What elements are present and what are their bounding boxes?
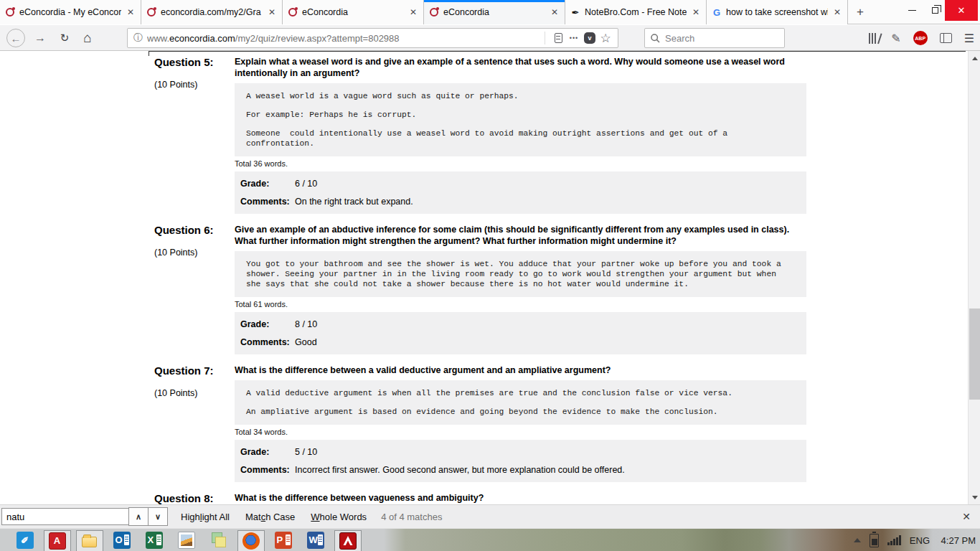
search-bar[interactable] (644, 28, 785, 48)
language-indicator[interactable]: ENG (910, 535, 930, 546)
tab-close-icon[interactable]: ✕ (832, 7, 842, 17)
grade-value: 8 / 10 (295, 319, 317, 329)
url-bar[interactable]: ⓘ www.econcordia.com/my2/quiz/review.asp… (127, 28, 618, 48)
vertical-scrollbar[interactable] (968, 51, 980, 504)
scrollbar-thumb[interactable] (969, 309, 980, 400)
adblock-plus-icon[interactable]: ABP (913, 31, 928, 45)
home-button[interactable]: ⌂ (77, 28, 98, 48)
browser-window: eConcordia - My eConcor ✕ econcordia.com… (0, 0, 980, 551)
label-part: h Case (265, 512, 295, 522)
find-close-icon[interactable]: ✕ (962, 511, 971, 522)
label-part: hole Words (320, 512, 367, 522)
taskbar-rocket-app[interactable]: ✐ (9, 529, 41, 551)
econcordia-favicon-icon (288, 7, 298, 17)
grade-label: Grade: (240, 319, 295, 329)
tab-title: how to take screenshot wi (726, 7, 828, 17)
powerpoint-icon: P (275, 532, 292, 549)
question-points: (10 Points) (154, 248, 235, 258)
tab-title: NoteBro.Com - Free Note (585, 7, 687, 17)
word-count: Total 61 words. (235, 300, 806, 309)
tab-notebro[interactable]: ✒ NoteBro.Com - Free Note ✕ (565, 0, 707, 24)
window-minimize-button[interactable] (900, 0, 923, 21)
new-tab-button[interactable]: + (848, 0, 872, 24)
find-next-button[interactable]: ∨ (148, 507, 168, 526)
taskbar-photos[interactable] (170, 529, 202, 551)
taskbar-excel[interactable]: X (138, 529, 170, 551)
grade-value: 5 / 10 (295, 447, 317, 457)
page-actions-icon[interactable]: ••• (566, 29, 582, 47)
question-5-block: Question 5: (10 Points) Explain what a w… (154, 56, 968, 214)
taskbar-file-explorer[interactable] (76, 530, 103, 551)
word-count: Total 34 words. (235, 428, 806, 436)
taskbar-adobe-app[interactable]: A (44, 530, 71, 551)
tab-strip: eConcordia - My eConcor ✕ econcordia.com… (0, 0, 980, 24)
tab-econcordia-my[interactable]: eConcordia - My eConcor ✕ (0, 0, 141, 24)
taskbar-acrobat[interactable] (334, 530, 362, 551)
grade-box: Grade:8 / 10 Comments:Good (235, 312, 806, 354)
menu-hamburger-icon[interactable]: ☰ (964, 32, 974, 45)
find-input[interactable] (1, 508, 129, 525)
window-restore-button[interactable] (925, 0, 945, 21)
bookmark-star-icon[interactable]: ☆ (598, 29, 613, 47)
network-signal-icon[interactable] (887, 535, 901, 545)
library-icon[interactable] (869, 32, 879, 44)
tab-close-icon[interactable]: ✕ (691, 7, 701, 17)
adobe-icon: A (49, 532, 66, 550)
question-8-block: Question 8: What is the difference betwe… (154, 492, 968, 504)
notebro-extension-icon[interactable]: ✎ (891, 32, 900, 45)
comments-label: Comments: (240, 465, 295, 475)
question-6-block: Question 6: (10 Points) Give an example … (154, 224, 968, 354)
tray-expand-icon[interactable] (854, 538, 861, 542)
match-case-button[interactable]: Match Case (245, 512, 295, 522)
comments-value: Incorrect first answer. Good second answ… (295, 465, 625, 475)
grade-label: Grade: (240, 179, 295, 189)
google-favicon-icon: G (712, 7, 722, 17)
tab-econcordia-active[interactable]: eConcordia ✕ (424, 0, 565, 24)
forward-button[interactable]: → (30, 28, 50, 48)
answer-paragraph: A valid deductive argument is when all t… (246, 388, 795, 398)
taskbar-outlook[interactable]: O (105, 529, 138, 551)
tab-close-icon[interactable]: ✕ (267, 7, 277, 17)
answer-paragraph: An ampliative argument is based on evide… (246, 407, 795, 417)
pocket-icon[interactable]: v (582, 29, 598, 47)
reload-button[interactable]: ↻ (55, 28, 75, 48)
scroll-down-arrow[interactable] (969, 491, 980, 503)
search-input[interactable] (665, 33, 765, 44)
scroll-up-arrow[interactable] (969, 52, 980, 64)
reader-mode-icon[interactable] (550, 29, 566, 47)
taskbar-sticky-notes[interactable] (202, 529, 235, 551)
answer-paragraph: For example: Perhaps he is corrupt. (246, 110, 795, 120)
tab-close-icon[interactable]: ✕ (126, 7, 136, 17)
word-count: Total 36 words. (235, 159, 806, 168)
question-text: Give an example of an abductive inferenc… (235, 224, 806, 247)
highlight-all-button[interactable]: Highlight All (181, 512, 230, 522)
site-info-icon[interactable]: ⓘ (133, 32, 143, 44)
question-label: Question 8: (154, 492, 235, 504)
tab-title: eConcordia (443, 7, 545, 17)
tab-google-search[interactable]: G how to take screenshot wi ✕ (707, 0, 848, 24)
window-close-button[interactable]: ✕ (945, 0, 978, 21)
tab-close-icon[interactable]: ✕ (550, 7, 560, 17)
sidebar-toggle-icon[interactable] (940, 33, 952, 43)
sticky-notes-icon (210, 532, 227, 549)
match-count: 4 of 4 matches (381, 512, 442, 522)
answer-box: You got to your bathroom and see the sho… (235, 251, 806, 297)
taskbar-powerpoint[interactable]: P (267, 529, 299, 551)
tab-econcordia-grades[interactable]: econcordia.com/my2/Gra ✕ (141, 0, 283, 24)
taskbar-word[interactable]: W (299, 529, 331, 551)
label-part: High (181, 512, 200, 522)
photos-icon (178, 532, 195, 549)
whole-words-button[interactable]: Whole Words (311, 512, 367, 522)
taskbar: ✐ A O X P W ENG 4:27 PM (0, 528, 980, 551)
clock[interactable]: 4:27 PM (938, 535, 976, 546)
divider (149, 51, 966, 52)
url-text[interactable]: www.econcordia.com/my2/quiz/review.aspx?… (147, 33, 540, 44)
answer-paragraph: Someone could intentionally use a weasel… (246, 128, 795, 149)
taskbar-firefox[interactable] (237, 530, 265, 551)
label-part: ight All (202, 512, 230, 522)
back-button[interactable]: ← (6, 28, 26, 48)
tab-econcordia-3[interactable]: eConcordia ✕ (283, 0, 424, 24)
tab-close-icon[interactable]: ✕ (408, 7, 418, 17)
battery-icon[interactable] (870, 534, 879, 547)
find-previous-button[interactable]: ∧ (128, 507, 149, 526)
